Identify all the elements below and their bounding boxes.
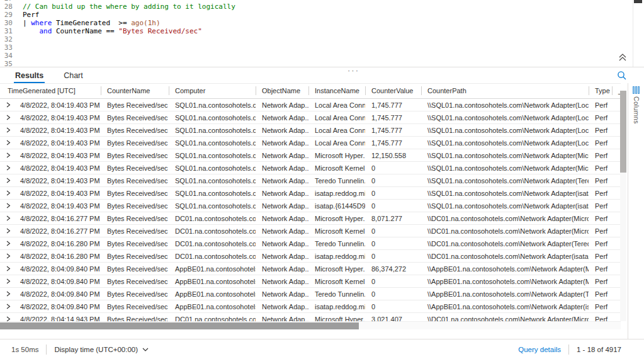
expand-row-icon[interactable]	[0, 165, 16, 171]
table-row[interactable]: 4/8/2022, 8:04:09.840 PMBytes Received/s…	[0, 263, 621, 275]
search-icon[interactable]	[617, 71, 627, 81]
table-row[interactable]: 4/8/2022, 8:04:09.840 PMBytes Received/s…	[0, 275, 621, 288]
expand-row-icon[interactable]	[0, 291, 16, 297]
column-header-objectname[interactable]: ObjectName	[256, 83, 308, 99]
table-row[interactable]: 4/8/2022, 8:04:19.403 PMBytes Received/s…	[0, 162, 621, 174]
columns-icon	[632, 86, 641, 94]
expand-row-icon[interactable]	[0, 241, 16, 246]
cell-objectname: Network Adap...	[256, 202, 308, 210]
expand-row-icon[interactable]	[0, 266, 16, 271]
expand-row-icon[interactable]	[0, 178, 16, 183]
column-header-instancename[interactable]: InstanceName	[308, 83, 365, 99]
expand-row-icon[interactable]	[0, 115, 16, 120]
table-body[interactable]: 4/8/2022, 8:04:19.403 PMBytes Received/s…	[0, 99, 621, 321]
table-row[interactable]: 4/8/2022, 8:04:19.403 PMBytes Received/s…	[0, 137, 621, 149]
expand-row-icon[interactable]	[0, 316, 16, 321]
table-row[interactable]: 4/8/2022, 8:04:16.277 PMBytes Received/s…	[0, 225, 621, 237]
cell-objectname: Network Adap...	[256, 177, 308, 185]
chevron-right-icon	[6, 102, 11, 108]
cell-countername: Bytes Received/sec	[101, 152, 169, 159]
table-row[interactable]: 4/8/2022, 8:04:19.403 PMBytes Received/s…	[0, 149, 621, 162]
cell-computer: SQL01.na.contosohotels.com	[169, 177, 256, 185]
cell-counterpath: \\SQL01.na.contosohotels.com\Network Ada…	[421, 152, 589, 159]
line-number: 33	[0, 43, 13, 52]
splitter-handle[interactable]: ···	[347, 66, 359, 75]
cell-objectname: Network Adap...	[256, 253, 308, 260]
chevron-right-icon	[6, 127, 11, 133]
cell-timegenerated-utc: 4/8/2022, 8:04:19.403 PM	[16, 101, 101, 109]
table-row[interactable]: 4/8/2022, 8:04:19.403 PMBytes Received/s…	[0, 174, 621, 187]
horizontal-scrollbar-thumb[interactable]	[0, 322, 359, 329]
cell-type: Perf	[589, 253, 612, 260]
cell-countername: Bytes Received/sec	[101, 139, 169, 147]
expand-row-icon[interactable]	[0, 215, 16, 221]
cell-type: Perf	[589, 265, 612, 273]
line-number: 29	[0, 11, 13, 19]
cell-instancename: Teredo Tunnelin...	[308, 240, 365, 248]
table-row[interactable]: 4/8/2022, 8:04:16.280 PMBytes Received/s…	[0, 250, 621, 263]
query-editor[interactable]: 272829303132333435 // Can build up the w…	[0, 0, 644, 67]
expand-row-icon[interactable]	[0, 102, 16, 108]
table-row[interactable]: 4/8/2022, 8:04:09.840 PMBytes Received/s…	[0, 300, 621, 313]
cell-countername: Bytes Received/sec	[101, 215, 169, 222]
table-row[interactable]: 4/8/2022, 8:04:19.403 PMBytes Received/s…	[0, 200, 621, 212]
cell-countername: Bytes Received/sec	[101, 316, 169, 322]
column-header-timegenerated-utc[interactable]: TimeGenerated [UTC]	[0, 83, 101, 99]
cell-type: Perf	[589, 164, 612, 172]
expand-row-icon[interactable]	[0, 253, 16, 259]
expand-row-icon[interactable]	[0, 190, 16, 196]
line-number-gutter: 272829303132333435	[0, 0, 13, 67]
chevron-right-icon	[6, 278, 11, 284]
vertical-scrollbar-thumb[interactable]	[620, 91, 626, 173]
cell-countername: Bytes Received/sec	[101, 177, 169, 185]
query-details-link[interactable]: Query details	[518, 346, 561, 353]
columns-panel-tab[interactable]: Columns	[628, 83, 644, 339]
column-header-countername[interactable]: CounterName	[101, 83, 169, 99]
cell-objectname: Network Adap...	[256, 190, 308, 197]
tab-chart[interactable]: Chart	[62, 67, 84, 83]
expand-row-icon[interactable]	[0, 127, 16, 133]
expand-row-icon[interactable]	[0, 278, 16, 284]
line-number: 32	[0, 35, 13, 43]
cell-timegenerated-utc: 4/8/2022, 8:04:09.840 PM	[16, 303, 101, 311]
cell-countervalue: 8,071.277	[365, 215, 421, 222]
expand-row-icon[interactable]	[0, 304, 16, 309]
tab-chart-label: Chart	[64, 71, 83, 80]
horizontal-scrollbar[interactable]	[0, 321, 621, 329]
cell-countername: Bytes Received/sec	[101, 202, 169, 210]
cell-countervalue: 0	[365, 240, 421, 248]
expand-row-icon[interactable]	[0, 152, 16, 158]
table-row[interactable]: 4/8/2022, 8:04:19.403 PMBytes Received/s…	[0, 124, 621, 137]
column-header-countervalue[interactable]: CounterValue	[365, 83, 421, 99]
column-header-type[interactable]: Type	[589, 83, 612, 99]
expand-row-icon[interactable]	[0, 203, 16, 208]
vertical-scrollbar[interactable]	[620, 91, 626, 321]
editor-scrollbar-thumb[interactable]	[634, 0, 642, 3]
query-duration: 1s 50ms	[11, 346, 38, 353]
table-row[interactable]: 4/8/2022, 8:04:16.280 PMBytes Received/s…	[0, 237, 621, 250]
collapse-editor-button[interactable]	[618, 53, 628, 63]
table-row[interactable]: 4/8/2022, 8:04:19.403 PMBytes Received/s…	[0, 99, 621, 111]
chevron-right-icon	[6, 228, 11, 234]
editor-scrollbar-track[interactable]	[633, 0, 633, 67]
code-area[interactable]: 272829303132333435 // Can build up the w…	[0, 0, 644, 67]
display-time-dropdown[interactable]: Display time (UTC+00:00)	[54, 346, 149, 353]
cell-countervalue: 0	[365, 164, 421, 172]
expand-row-icon[interactable]	[0, 228, 16, 234]
expand-row-icon[interactable]	[0, 140, 16, 145]
table-row[interactable]: 4/8/2022, 8:04:14.943 PMBytes Received/s…	[0, 313, 621, 321]
table-row[interactable]: 4/8/2022, 8:04:16.277 PMBytes Received/s…	[0, 212, 621, 225]
column-header-counterpath[interactable]: CounterPath	[421, 83, 589, 99]
table-row[interactable]: 4/8/2022, 8:04:19.403 PMBytes Received/s…	[0, 187, 621, 200]
table-row[interactable]: 4/8/2022, 8:04:19.403 PMBytes Received/s…	[0, 111, 621, 124]
table-row[interactable]: 4/8/2022, 8:04:09.840 PMBytes Received/s…	[0, 288, 621, 300]
cell-countername: Bytes Received/sec	[101, 227, 169, 235]
column-header-i[interactable]: _I	[612, 83, 621, 99]
tab-results[interactable]: Results	[14, 67, 45, 83]
column-header-computer[interactable]: Computer	[169, 83, 256, 99]
cell-countervalue: 0	[365, 177, 421, 185]
cell-countername: Bytes Received/sec	[101, 127, 169, 134]
cell-instancename: isatap.reddog.mi...	[308, 190, 365, 197]
code-lines[interactable]: // Can build up the where by adding to i…	[23, 0, 235, 67]
cell-countervalue: 0	[365, 290, 421, 298]
